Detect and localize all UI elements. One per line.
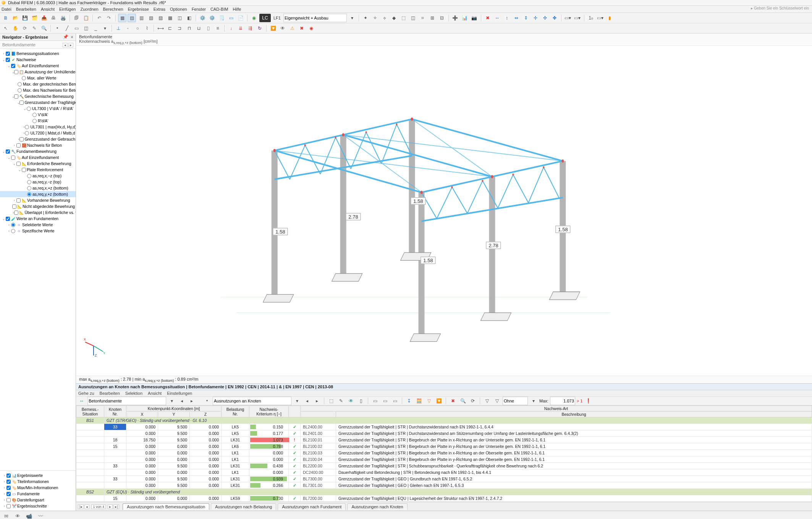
results-tool-f[interactable]: ▭ [381, 397, 389, 405]
results-menu-item[interactable]: Ansicht [148, 391, 162, 396]
tree-radio[interactable] [11, 229, 15, 233]
app-messages-icon[interactable]: ✉ [2, 513, 10, 519]
line-icon[interactable]: ╱ [63, 24, 71, 32]
snap-3-icon[interactable]: ↕ [503, 14, 511, 22]
rotate-icon[interactable]: ⟳ [21, 24, 29, 32]
cursor-icon[interactable]: ↖ [2, 24, 10, 32]
app-camera-icon[interactable]: 📹 [25, 513, 33, 519]
results-menu-item[interactable]: Selektion [125, 391, 142, 396]
results-refresh-icon[interactable]: ⟳ [469, 397, 477, 405]
tree-item[interactable]: ⌄⛏️Geotechnische Bemessung [0, 93, 76, 99]
tree-checkbox[interactable] [11, 156, 15, 160]
tree-item[interactable]: Max. aller Werte [0, 75, 76, 81]
tool-s-icon[interactable]: ⊔ [194, 24, 203, 32]
view-mode-6-icon[interactable]: ▩ [166, 14, 174, 22]
tree-checkbox[interactable] [6, 149, 10, 154]
tree-checkbox[interactable] [6, 58, 10, 62]
tree-radio[interactable] [25, 125, 29, 129]
tree-item[interactable]: ›UL7200 | Mdst,d / Mstb,d [0, 130, 76, 136]
results-funnel-icon[interactable]: 🔽 [435, 397, 443, 405]
tree-radio[interactable] [32, 113, 37, 117]
tree-radio[interactable] [18, 82, 22, 86]
results-zoom-icon[interactable]: 🔍 [459, 397, 467, 405]
app-curve-icon[interactable]: 〰 [37, 513, 44, 519]
view-mode-5-icon[interactable]: ▨ [156, 14, 165, 22]
table-row[interactable]: 150.0000.0000.000LK60.788✓BL2100.02Grenz… [76, 443, 812, 450]
results-filter-select[interactable] [503, 397, 528, 405]
view-mode-7-icon[interactable]: ◫ [175, 14, 184, 22]
results-tool-c[interactable]: 👁 [347, 397, 355, 405]
tree-item[interactable]: ›Grenzzustand der Gebrauchstauglichk... [0, 136, 76, 142]
view-mode-1-icon[interactable]: ▦ [118, 14, 126, 22]
results-view-select[interactable] [213, 397, 291, 405]
view-mode-2-icon[interactable]: ▤ [128, 14, 136, 22]
snap-8-icon[interactable]: ✤ [550, 14, 559, 22]
results-menu-item[interactable]: Gehe zu [78, 391, 94, 396]
results-menu-item[interactable]: Einstellungen [167, 391, 192, 396]
table-row[interactable]: 0.0009.5000.000LK310.266✓BL7301.00Grenzz… [76, 482, 812, 489]
tree-radio[interactable] [18, 88, 22, 92]
results-dot-icon[interactable]: • [203, 397, 211, 405]
stop-icon[interactable]: ✖ [298, 24, 306, 32]
tree-item[interactable]: ⌄🏷️Auf Einzelfundament [0, 63, 76, 69]
tree-item[interactable]: ›🧱Nachweis für Beton [0, 142, 76, 148]
results-tool-icon-1[interactable]: ↔ [78, 397, 86, 405]
tree-item[interactable]: ›📘Bemessungssituationen [0, 50, 76, 57]
tree-item[interactable]: ⌄✔Nachweise [0, 57, 76, 63]
tool-r-icon[interactable]: ⊓ [185, 24, 193, 32]
solid-icon[interactable]: ◫ [82, 24, 90, 32]
export-icon[interactable]: ▭ [227, 14, 235, 22]
tree-radio[interactable] [27, 107, 31, 111]
tool-icon-e[interactable]: ⬚ [400, 14, 408, 22]
results-tool-g[interactable]: ▭ [391, 397, 399, 405]
menu-item-datei[interactable]: Datei [2, 7, 11, 11]
load-point-icon[interactable]: ↓ [227, 24, 235, 32]
tree-item[interactable]: V'd/A' [0, 112, 76, 118]
display-toggle[interactable]: ›🏷️Titelinformationen [2, 478, 73, 485]
menu-item-fenster[interactable]: Fenster [192, 7, 206, 11]
tree-item[interactable]: ⌄📐Erforderliche Bewehrung [0, 161, 76, 167]
snap-6-icon[interactable]: ✢ [531, 14, 540, 22]
tree-checkbox[interactable] [19, 101, 24, 105]
results-tables-icon[interactable]: 🗒️ [217, 14, 226, 22]
results-filter-dropdown[interactable]: ▾ [529, 397, 538, 405]
new-file-icon[interactable]: 🗎 [2, 14, 10, 22]
tree-radio[interactable] [22, 76, 26, 80]
tree-radio[interactable] [27, 180, 31, 184]
open-file-icon[interactable]: 📂 [11, 14, 19, 22]
tree-checkbox[interactable] [14, 94, 18, 99]
results-tab[interactable]: Ausnutzungen nach Bemessungssituation [123, 503, 209, 510]
table-group-row[interactable]: BS1GZT (STR/GEO) · Ständig und vorüberge… [76, 417, 812, 424]
chart-icon[interactable]: 📊 [461, 14, 469, 22]
toggle-checkbox[interactable] [6, 492, 11, 496]
snap-5-icon[interactable]: ⇕ [522, 14, 530, 22]
tool-icon-i[interactable]: ⊟ [438, 14, 446, 22]
navigator-pin-close[interactable]: 📌 ✕ [63, 34, 73, 41]
results-menu-item[interactable]: Bearbeiten [100, 391, 120, 396]
tree-checkbox[interactable] [14, 70, 18, 74]
copy-icon[interactable]: 🗐 [72, 14, 81, 22]
tree-radio[interactable] [11, 223, 15, 227]
tree-item[interactable]: ›📐Vorhandene Bewehrung [0, 197, 76, 203]
palette-icon[interactable]: ▮ [606, 14, 614, 22]
results-category-select[interactable] [87, 397, 166, 405]
tree-item[interactable]: ⌄🔧Fundamentbewehrung [0, 148, 76, 154]
results-export-icon[interactable]: ↧ [405, 397, 413, 405]
tree-radio[interactable] [27, 174, 31, 178]
tool-icon-b[interactable]: ✧ [371, 14, 379, 22]
tree-item[interactable]: R'd/A' [0, 118, 76, 124]
toggle-checkbox[interactable] [6, 498, 11, 502]
menu-item-zuordnen[interactable]: Zuordnen [80, 7, 98, 11]
snap-2-icon[interactable]: ↔ [493, 14, 501, 22]
results-max-value[interactable] [550, 397, 575, 405]
paste-icon[interactable]: 📋 [82, 14, 90, 22]
keyword-search-hint[interactable]: ▸ Geben Sie ein Schlüsselwort ein [751, 6, 809, 10]
results-tool-e[interactable]: ▭ [371, 397, 379, 405]
toggle-checkbox[interactable] [6, 486, 11, 490]
support-icon[interactable]: ⊥ [114, 24, 123, 32]
plus-icon[interactable]: ➕ [451, 14, 459, 22]
loadcase-dropdown-icon[interactable]: ▾ [348, 14, 356, 22]
tool-icon-h[interactable]: ⊞ [428, 14, 437, 22]
calc-icon[interactable]: ⚙️ [198, 14, 207, 22]
table-row[interactable]: 0.0000.0000.000LK10.000✓BL2100.03Grenzzu… [76, 450, 812, 456]
